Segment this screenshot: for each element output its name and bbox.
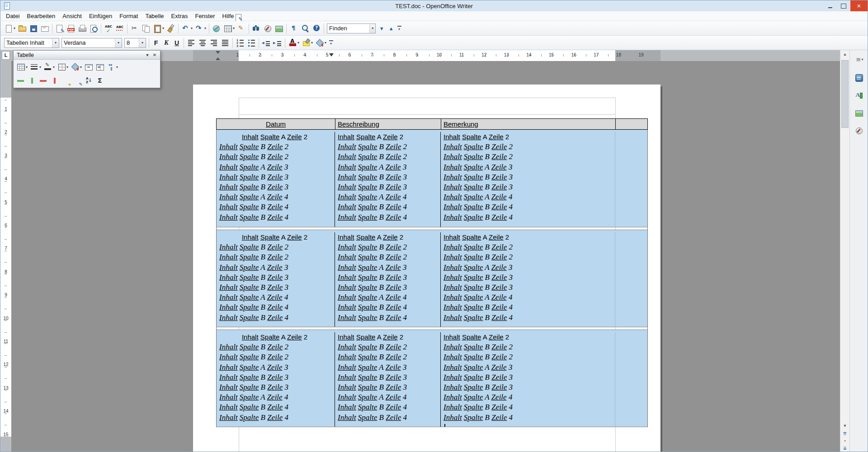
find-next-button[interactable]: ▼ xyxy=(377,23,386,34)
line-color-button[interactable]: ▾ xyxy=(42,61,56,73)
font-name-combo[interactable]: Verdana ▾ xyxy=(61,38,122,48)
chevron-down-icon[interactable]: ▾ xyxy=(325,41,326,45)
align-left-button[interactable] xyxy=(186,37,197,49)
export-pdf-button[interactable] xyxy=(66,23,76,34)
underline-button[interactable]: U xyxy=(172,37,182,49)
justify-button[interactable] xyxy=(220,37,231,49)
chevron-down-icon[interactable]: ▾ xyxy=(80,65,82,69)
spellcheck-button[interactable] xyxy=(103,23,114,34)
split-cells-button[interactable] xyxy=(94,61,105,73)
chevron-down-icon[interactable]: ▾ xyxy=(191,26,193,30)
table-cell[interactable]: Inhalt Spalte A Zeile 2Inhalt Spalte B Z… xyxy=(335,232,440,327)
format-paintbrush-button[interactable] xyxy=(165,23,176,34)
italic-button[interactable]: K xyxy=(161,37,171,49)
close-button[interactable]: × xyxy=(850,0,868,11)
find-combobox[interactable]: ▾ xyxy=(327,24,376,33)
chevron-down-icon[interactable]: ▾ xyxy=(233,26,235,30)
edit-file-button[interactable] xyxy=(54,23,65,34)
find-input[interactable] xyxy=(329,25,368,32)
document-icon[interactable] xyxy=(234,13,242,21)
table-header-cell[interactable]: Datum xyxy=(217,119,335,129)
redo-button[interactable]: ▾ xyxy=(194,23,207,34)
font-color-button[interactable]: ▾ xyxy=(287,37,300,49)
table-cell-empty[interactable] xyxy=(615,132,647,227)
new-document-button[interactable]: ▾ xyxy=(3,23,16,34)
insert-table-button[interactable]: ▾ xyxy=(222,23,236,34)
auto-spellcheck-button[interactable] xyxy=(114,23,125,34)
insert-row-button[interactable] xyxy=(15,75,26,87)
cut-button[interactable] xyxy=(129,23,140,34)
chevron-down-icon[interactable]: ▾ xyxy=(311,41,313,45)
numbered-list-button[interactable] xyxy=(235,37,245,49)
minimize-button[interactable] xyxy=(823,0,837,11)
menu-item-format[interactable]: Format xyxy=(116,11,142,21)
delete-column-button[interactable] xyxy=(49,75,60,87)
borders-button[interactable]: ▾ xyxy=(56,61,69,73)
save-button[interactable] xyxy=(28,23,39,34)
chevron-down-icon[interactable]: ▾ xyxy=(52,38,59,47)
chevron-down-icon[interactable]: ▾ xyxy=(369,24,375,33)
maximize-button[interactable] xyxy=(837,0,850,11)
merge-cells-button[interactable] xyxy=(83,61,94,73)
vertical-scrollbar[interactable]: ▲ ▼ ⇈ ● ⇊ xyxy=(840,50,849,452)
table-cell[interactable]: Inhalt Spalte A Zeile 2Inhalt Spalte B Z… xyxy=(217,332,335,427)
table-cell[interactable]: Inhalt Spalte A Zeile 2Inhalt Spalte B Z… xyxy=(217,232,335,327)
bullet-list-button[interactable] xyxy=(246,37,257,49)
navigation-button[interactable]: ● xyxy=(840,437,849,444)
help-button[interactable] xyxy=(311,23,322,34)
styles-button[interactable] xyxy=(854,90,864,101)
find-previous-button[interactable]: ▲ xyxy=(387,23,396,34)
toolbar-options-button[interactable] xyxy=(328,38,334,48)
paste-button[interactable]: ▾ xyxy=(152,23,165,34)
table-properties-button[interactable] xyxy=(72,75,83,87)
chevron-down-icon[interactable]: ▾ xyxy=(204,26,206,30)
toolbar-menu-button[interactable]: ▾ xyxy=(144,52,151,59)
background-color-button[interactable]: ▾ xyxy=(70,61,83,73)
document-table[interactable]: DatumBeschreibungBemerkung Inhalt Spalte… xyxy=(216,118,648,427)
navigator-button[interactable] xyxy=(854,125,864,136)
table-cell-empty[interactable] xyxy=(615,332,647,427)
find-replace-button[interactable] xyxy=(251,23,262,34)
toolbar-options-button[interactable] xyxy=(396,23,402,34)
gallery-button[interactable] xyxy=(854,108,864,118)
font-size-combo[interactable]: 8 ▾ xyxy=(124,38,146,48)
table-toolbar-window[interactable]: Tabelle ▾ ✕ ▾▾▾▾▾▾ xyxy=(13,50,160,88)
table-cell[interactable]: Inhalt Spalte A Zeile 2Inhalt Spalte B Z… xyxy=(335,332,440,427)
properties-button[interactable] xyxy=(854,72,864,83)
scroll-up-button[interactable]: ▲ xyxy=(840,50,849,58)
sidebar-settings-button[interactable] xyxy=(854,55,864,66)
chevron-down-icon[interactable]: ▾ xyxy=(162,26,164,30)
decrease-indent-button[interactable] xyxy=(261,37,272,49)
previous-page-button[interactable]: ⇈ xyxy=(840,430,849,437)
autoformat-button[interactable] xyxy=(61,75,71,87)
zoom-button[interactable] xyxy=(300,23,311,34)
gallery-button[interactable] xyxy=(274,23,284,34)
next-page-button[interactable]: ⇊ xyxy=(840,444,849,452)
email-button[interactable] xyxy=(39,23,50,34)
insert-column-button[interactable] xyxy=(27,75,38,87)
chevron-down-icon[interactable]: ▾ xyxy=(39,65,41,69)
align-right-button[interactable] xyxy=(208,37,219,49)
undo-button[interactable]: ▾ xyxy=(180,23,193,34)
page-preview-button[interactable] xyxy=(88,23,99,34)
menu-item-datei[interactable]: Datei xyxy=(2,11,23,21)
tab-stop-selector[interactable]: L xyxy=(2,51,10,60)
vertical-ruler[interactable]: 123456789101112131415 xyxy=(0,61,11,452)
chevron-down-icon[interactable]: ▾ xyxy=(116,65,118,69)
table-header-cell[interactable]: Beschreibung xyxy=(335,119,441,129)
background-color-button[interactable]: ▾ xyxy=(314,37,327,49)
table-toolbar-titlebar[interactable]: Tabelle ▾ ✕ xyxy=(14,51,160,60)
table-cell[interactable]: Inhalt Spalte A Zeile 2Inhalt Spalte B Z… xyxy=(440,232,615,327)
line-style-button[interactable]: ▾ xyxy=(29,61,42,73)
table-cell[interactable]: Inhalt Spalte A Zeile 2Inhalt Spalte B Z… xyxy=(217,132,335,227)
menu-item-fenster[interactable]: Fenster xyxy=(191,11,218,21)
menu-item-tabelle[interactable]: Tabelle xyxy=(142,11,167,21)
chevron-down-icon[interactable]: ▾ xyxy=(139,38,146,47)
table-header-cell[interactable]: Bemerkung xyxy=(441,119,615,129)
tab-marker[interactable] xyxy=(329,53,334,56)
sort-button[interactable] xyxy=(83,75,94,87)
navigator-button[interactable] xyxy=(262,23,273,34)
hyperlink-button[interactable] xyxy=(211,23,222,34)
highlighting-button[interactable]: ▾ xyxy=(301,37,314,49)
increase-indent-button[interactable] xyxy=(272,37,283,49)
